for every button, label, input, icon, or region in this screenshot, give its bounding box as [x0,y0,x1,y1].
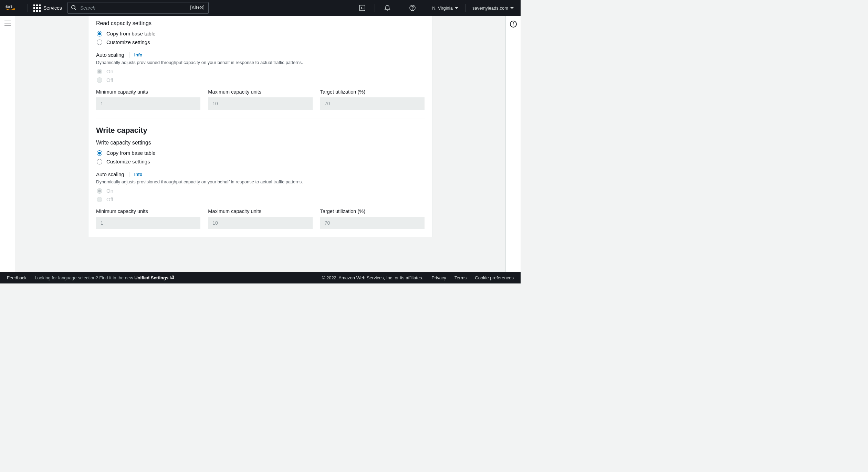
read-copy-option[interactable]: Copy from base table [96,31,425,36]
svg-point-1 [72,6,75,9]
svg-point-6 [412,9,413,10]
footer: Feedback Looking for language selection?… [0,272,521,283]
nav-divider [425,4,425,12]
services-label: Services [43,5,62,11]
search-shortcut-label: [Alt+S] [190,5,205,10]
region-label: N. Virginia [432,6,453,11]
autoscaling-description: Dynamically adjusts provisioned throughp… [96,60,425,65]
radio-icon [97,69,102,74]
copyright: © 2022, Amazon Web Services, Inc. or its… [322,275,423,280]
radio-icon [97,150,102,156]
autoscaling-label: Auto scaling [96,171,124,177]
account-selector[interactable]: savemyleads.com [471,6,515,11]
services-grid-icon [33,4,41,12]
cookie-preferences-link[interactable]: Cookie preferences [475,275,514,280]
svg-text:aws: aws [6,4,12,8]
top-nav: aws Services [Alt+S] N. Virginia savemyl… [0,0,521,16]
write-min-input: 1 [96,217,200,229]
feedback-link[interactable]: Feedback [7,275,27,280]
write-autoscaling-on: On [96,188,425,194]
read-min-group: Minimum capacity units 1 [96,89,200,110]
radio-icon [97,197,102,202]
read-target-input: 70 [320,97,425,110]
radio-label: Off [106,196,113,202]
notifications-button[interactable] [380,1,394,15]
radio-label: On [106,188,113,194]
divider [129,172,129,177]
read-capacity-settings-label: Read capacity settings [96,20,425,26]
read-max-input: 10 [208,97,312,110]
search-input[interactable] [67,2,209,14]
input-label: Minimum capacity units [96,208,200,214]
search-icon [71,5,76,10]
write-capacity-title: Write capacity [96,126,425,135]
read-target-group: Target utilization (%) 70 [320,89,425,110]
language-selection-msg: Looking for language selection? Find it … [35,275,174,280]
radio-icon [97,159,102,164]
input-label: Maximum capacity units [208,208,312,214]
services-button[interactable]: Services [33,4,62,12]
main-content: Read capacity settings Copy from base ta… [15,16,505,272]
write-autoscaling-off: Off [96,196,425,202]
layout: Read capacity settings Copy from base ta… [0,16,521,272]
nav-divider [28,4,28,12]
radio-label: Copy from base table [106,150,156,156]
input-label: Maximum capacity units [208,89,312,95]
info-link[interactable]: Info [134,52,143,57]
radio-label: Copy from base table [106,31,156,36]
write-min-group: Minimum capacity units 1 [96,208,200,229]
info-icon[interactable]: i [510,21,517,28]
account-label: savemyleads.com [472,6,508,11]
region-selector[interactable]: N. Virginia [431,6,460,11]
write-target-group: Target utilization (%) 70 [320,208,425,229]
read-max-group: Maximum capacity units 10 [208,89,312,110]
write-capacity-settings-label: Write capacity settings [96,140,425,146]
chevron-down-icon [455,7,458,9]
external-link-icon [170,275,174,280]
radio-icon [97,77,102,83]
read-autoscaling-on: On [96,68,425,74]
svg-line-2 [75,9,76,10]
left-panel-toggle [0,16,15,272]
nav-divider [400,4,400,12]
read-customize-option[interactable]: Customize settings [96,39,425,45]
read-autoscaling-off: Off [96,77,425,83]
autoscaling-label: Auto scaling [96,52,124,58]
chevron-down-icon [510,7,514,9]
right-panel-toggle: i [505,16,521,272]
menu-icon[interactable] [4,21,11,25]
aws-logo[interactable]: aws [6,4,19,12]
input-label: Target utilization (%) [320,89,425,95]
nav-divider [465,4,466,12]
radio-label: Customize settings [106,39,150,45]
privacy-link[interactable]: Privacy [431,275,446,280]
write-max-input: 10 [208,217,312,229]
write-inputs: Minimum capacity units 1 Maximum capacit… [96,208,425,229]
info-link[interactable]: Info [134,172,143,177]
radio-icon [97,40,102,45]
lang-prefix: Looking for language selection? Find it … [35,275,134,280]
radio-label: On [106,68,113,74]
terms-link[interactable]: Terms [454,275,467,280]
search-container: [Alt+S] [67,2,209,14]
nav-divider [375,4,375,12]
input-label: Minimum capacity units [96,89,200,95]
write-target-input: 70 [320,217,425,229]
radio-label: Customize settings [106,159,150,164]
autoscaling-description: Dynamically adjusts provisioned throughp… [96,179,425,184]
read-autoscaling-header: Auto scaling Info [96,52,425,58]
radio-icon [97,31,102,36]
write-copy-option[interactable]: Copy from base table [96,150,425,156]
capacity-panel: Read capacity settings Copy from base ta… [88,16,432,237]
write-customize-option[interactable]: Customize settings [96,159,425,164]
radio-icon [97,188,102,194]
radio-label: Off [106,77,113,83]
divider [129,52,129,58]
input-label: Target utilization (%) [320,208,425,214]
cloudshell-button[interactable] [355,1,369,15]
unified-settings-link[interactable]: Unified Settings [134,275,174,280]
read-inputs: Minimum capacity units 1 Maximum capacit… [96,89,425,110]
write-max-group: Maximum capacity units 10 [208,208,312,229]
read-min-input: 1 [96,97,200,110]
help-button[interactable] [406,1,419,15]
